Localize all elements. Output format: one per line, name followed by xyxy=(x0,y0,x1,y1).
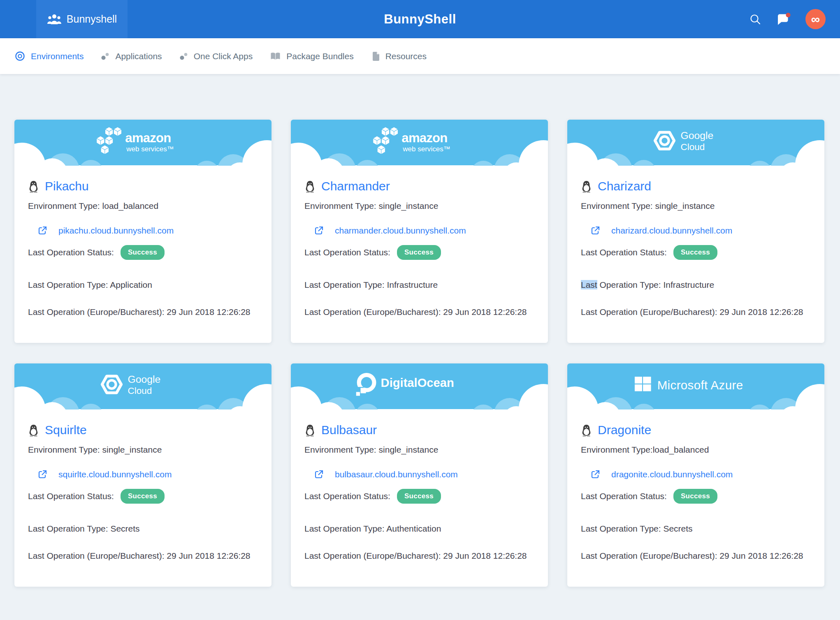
environments-grid: amazon web services™ xyxy=(0,74,840,587)
last-operation-status-row: Last Operation Status: Success xyxy=(581,245,811,260)
environment-card-squirlte: Google Cloud xyxy=(14,363,271,587)
environment-type: Environment Type: single_instance xyxy=(304,201,534,211)
environment-title: Dragonite xyxy=(581,423,811,437)
external-link-icon xyxy=(37,225,48,236)
environment-card-charmander: amazon web services™ xyxy=(291,120,548,343)
header-actions: ∞ xyxy=(749,0,826,38)
dots-icon xyxy=(179,52,188,61)
dots-icon xyxy=(101,52,110,61)
target-icon xyxy=(14,51,26,62)
app-header: Bunnyshell BunnyShell ∞ xyxy=(0,0,840,38)
status-badge: Success xyxy=(673,489,717,504)
app-title: BunnyShell xyxy=(384,12,456,27)
card-body: Squirlte Environment Type: single_instan… xyxy=(14,423,271,561)
file-icon xyxy=(371,51,380,62)
last-operation-type: Last Operation Type: Infrastructure xyxy=(304,280,534,290)
cloud-decoration xyxy=(14,383,271,409)
provider-banner: amazon web services™ xyxy=(291,120,548,165)
card-body: Bulbasaur Environment Type: single_insta… xyxy=(291,423,548,561)
nav-label: Resources xyxy=(385,51,427,61)
environment-url-row[interactable]: charmander.cloud.bunnyshell.com xyxy=(304,225,534,236)
nav-label: Environments xyxy=(31,51,84,61)
last-operation-date: Last Operation (Europe/Bucharest): 29 Ju… xyxy=(304,551,534,561)
environment-url[interactable]: bulbasaur.cloud.bunnyshell.com xyxy=(335,470,458,479)
nav-label: One Click Apps xyxy=(194,51,253,61)
status-badge: Success xyxy=(673,245,717,260)
last-operation-status-row: Last Operation Status: Success xyxy=(304,245,534,260)
user-avatar[interactable]: ∞ xyxy=(805,9,826,29)
status-badge: Success xyxy=(397,489,441,504)
cloud-decoration xyxy=(14,139,271,166)
provider-banner: Microsoft Azure xyxy=(567,363,824,409)
card-body: Pikachu Environment Type: load_balanced … xyxy=(14,179,271,317)
environment-title: Charmander xyxy=(304,179,534,193)
last-operation-date: Last Operation (Europe/Bucharest): 29 Ju… xyxy=(304,307,534,317)
environment-url[interactable]: dragonite.cloud.bunnyshell.com xyxy=(611,470,733,479)
nav-item-environments[interactable]: Environments xyxy=(14,51,84,62)
penguin-icon xyxy=(581,424,592,437)
penguin-icon xyxy=(28,424,39,437)
nav-item-one-click-apps[interactable]: One Click Apps xyxy=(179,51,253,61)
search-icon xyxy=(749,13,761,25)
external-link-icon xyxy=(590,469,601,480)
last-operation-status-label: Last Operation Status: xyxy=(581,247,667,258)
environment-url-row[interactable]: charizard.cloud.bunnyshell.com xyxy=(581,225,811,236)
search-button[interactable] xyxy=(749,13,761,25)
environment-url-row[interactable]: bulbasaur.cloud.bunnyshell.com xyxy=(304,469,534,480)
last-operation-status-label: Last Operation Status: xyxy=(28,247,114,258)
environment-type: Environment Type: load_balanced xyxy=(28,201,258,211)
chat-bubble-icon xyxy=(776,13,791,26)
penguin-icon xyxy=(304,180,316,193)
notifications-button[interactable] xyxy=(776,13,791,26)
nav-label: Applications xyxy=(115,51,162,61)
cloud-decoration xyxy=(567,139,824,166)
provider-banner: DigitalOcean xyxy=(291,363,548,409)
nav-item-package-bundles[interactable]: Package Bundles xyxy=(270,51,353,61)
last-operation-status-row: Last Operation Status: Success xyxy=(28,489,258,504)
environment-type: Environment Type:load_balanced xyxy=(581,444,811,455)
environment-name[interactable]: Bulbasaur xyxy=(321,423,377,437)
environment-card-dragonite: Microsoft Azure xyxy=(567,363,824,587)
environment-name[interactable]: Pikachu xyxy=(45,179,89,193)
penguin-icon xyxy=(28,180,39,193)
users-icon xyxy=(47,14,62,25)
nav-item-applications[interactable]: Applications xyxy=(101,51,162,61)
provider-banner: Google Cloud xyxy=(567,120,824,165)
environment-card-charizard: Google Cloud xyxy=(567,120,824,343)
brand-logo[interactable]: Bunnyshell xyxy=(36,0,128,38)
status-badge: Success xyxy=(397,245,441,260)
environment-url[interactable]: pikachu.cloud.bunnyshell.com xyxy=(58,226,174,236)
last-operation-status-label: Last Operation Status: xyxy=(28,491,114,502)
last-operation-type: Last Operation Type: Authentication xyxy=(304,523,534,534)
environment-title: Bulbasaur xyxy=(304,423,534,437)
last-operation-status-label: Last Operation Status: xyxy=(304,491,390,502)
environment-name[interactable]: Charmander xyxy=(321,179,390,193)
environment-url-row[interactable]: pikachu.cloud.bunnyshell.com xyxy=(28,225,258,236)
environment-type: Environment Type: single_instance xyxy=(581,201,811,211)
last-operation-date: Last Operation (Europe/Bucharest): 29 Ju… xyxy=(28,307,258,317)
card-body: Charmander Environment Type: single_inst… xyxy=(291,179,548,317)
environment-name[interactable]: Squirlte xyxy=(45,423,87,437)
nav-item-resources[interactable]: Resources xyxy=(371,51,427,62)
environment-name[interactable]: Dragonite xyxy=(598,423,651,437)
external-link-icon xyxy=(313,469,324,480)
environment-card-pikachu: amazon web services™ xyxy=(14,120,271,343)
environment-name[interactable]: Charizard xyxy=(598,179,651,193)
environment-card-bulbasaur: DigitalOcean xyxy=(291,363,548,587)
avatar-symbol: ∞ xyxy=(811,12,820,26)
environment-url[interactable]: charizard.cloud.bunnyshell.com xyxy=(611,226,732,236)
last-operation-status-row: Last Operation Status: Success xyxy=(304,489,534,504)
last-operation-date: Last Operation (Europe/Bucharest): 29 Ju… xyxy=(28,551,258,561)
environment-title: Charizard xyxy=(581,179,811,193)
external-link-icon xyxy=(37,469,48,480)
last-operation-status-row: Last Operation Status: Success xyxy=(28,245,258,260)
environment-url[interactable]: charmander.cloud.bunnyshell.com xyxy=(335,226,466,236)
status-badge: Success xyxy=(121,489,165,504)
last-operation-date: Last Operation (Europe/Bucharest): 29 Ju… xyxy=(581,551,811,561)
environment-url-row[interactable]: squirlte.cloud.bunnyshell.com xyxy=(28,469,258,480)
environment-url-row[interactable]: dragonite.cloud.bunnyshell.com xyxy=(581,469,811,480)
environment-type: Environment Type: single_instance xyxy=(304,444,534,455)
cloud-decoration xyxy=(291,383,548,409)
environment-url[interactable]: squirlte.cloud.bunnyshell.com xyxy=(58,470,172,479)
environment-type: Environment Type: single_instance xyxy=(28,444,258,455)
